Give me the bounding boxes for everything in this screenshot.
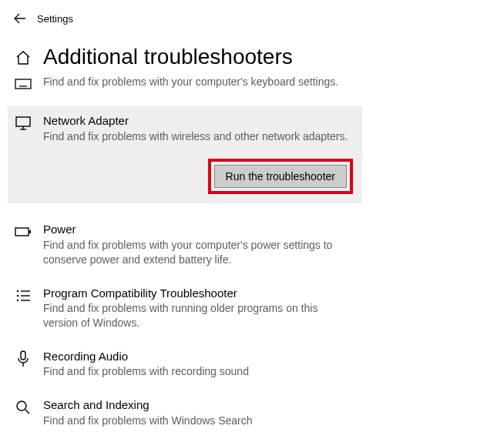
troubleshooter-item-keyboard[interactable]: Find and fix problems with your computer…	[0, 74, 361, 101]
item-desc: Find and fix problems with wireless and …	[43, 129, 354, 144]
back-button[interactable]	[8, 6, 32, 31]
svg-line-16	[25, 410, 29, 414]
item-desc: Find and fix problems with running older…	[43, 301, 353, 330]
run-troubleshooter-button[interactable]: Run the troubleshooter	[214, 165, 347, 188]
item-desc: Find and fix problems with your computer…	[43, 238, 353, 267]
troubleshooter-item-power[interactable]: Power Find and fix problems with your co…	[0, 216, 361, 274]
svg-rect-0	[15, 79, 31, 89]
list-icon	[14, 287, 32, 305]
svg-rect-2	[16, 117, 30, 126]
power-icon	[14, 223, 32, 241]
troubleshooter-item-recording[interactable]: Recording Audio Find and fix problems wi…	[0, 343, 361, 387]
keyboard-icon	[14, 75, 32, 93]
annotation-highlight: Run the troubleshooter	[208, 159, 353, 194]
home-icon[interactable]	[14, 49, 32, 67]
arrow-left-icon	[13, 12, 27, 25]
monitor-icon	[14, 114, 32, 132]
item-title: Program Compatibility Troubleshooter	[43, 286, 353, 301]
svg-point-11	[17, 299, 18, 300]
item-title: Network Adapter	[43, 113, 354, 129]
svg-rect-6	[29, 230, 31, 233]
troubleshooter-item-network[interactable]: Network Adapter Find and fix problems wi…	[8, 106, 362, 152]
svg-rect-5	[15, 228, 29, 236]
app-title: Settings	[37, 13, 73, 25]
item-title: Search and Indexing	[43, 397, 353, 413]
microphone-icon	[14, 350, 32, 368]
svg-rect-13	[21, 351, 25, 360]
troubleshooter-item-compat[interactable]: Program Compatibility Troubleshooter Fin…	[0, 280, 361, 338]
item-desc: Find and fix problems with your computer…	[43, 75, 353, 89]
svg-point-15	[17, 401, 26, 411]
troubleshooter-item-search[interactable]: Search and Indexing Find and fix problem…	[0, 391, 361, 435]
item-desc: Find and fix problems with recording sou…	[43, 364, 353, 379]
item-desc: Find and fix problems with Windows Searc…	[43, 414, 353, 428]
run-row: Run the troubleshooter	[8, 152, 362, 203]
item-title: Recording Audio	[43, 349, 353, 364]
search-icon	[14, 398, 32, 417]
svg-point-7	[17, 290, 18, 291]
page-title: Additional troubleshooters	[43, 45, 293, 69]
item-title: Power	[43, 222, 353, 237]
svg-point-9	[17, 294, 18, 296]
